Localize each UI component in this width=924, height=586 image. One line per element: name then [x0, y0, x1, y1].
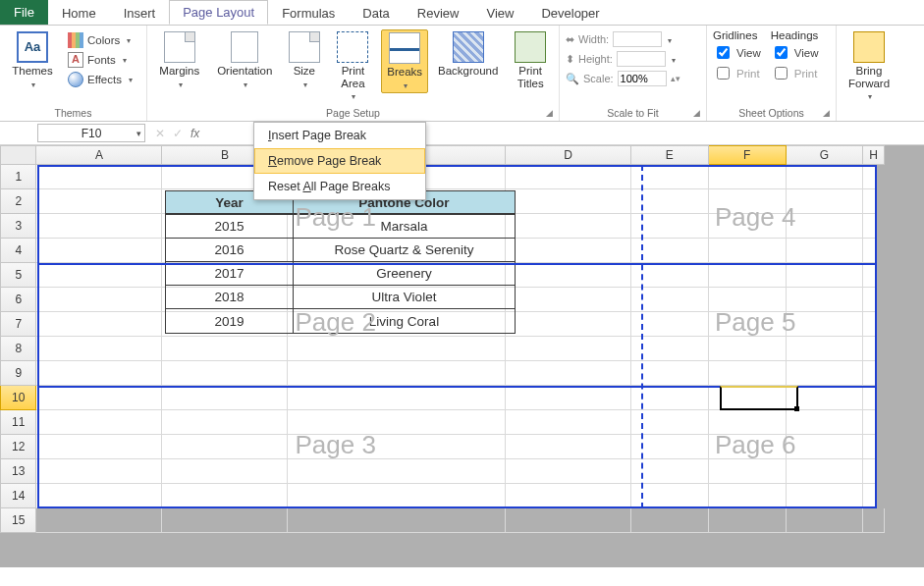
- cell-H8[interactable]: [863, 337, 885, 361]
- cell-H10[interactable]: [863, 386, 885, 410]
- tab-formulas[interactable]: Formulas: [268, 0, 349, 25]
- cell-D15[interactable]: [506, 508, 631, 533]
- cell-A7[interactable]: [36, 312, 162, 337]
- cell-F4[interactable]: [709, 239, 787, 263]
- cell-A4[interactable]: [36, 239, 162, 263]
- cell-E12[interactable]: [631, 435, 709, 459]
- col-header-D[interactable]: D: [506, 145, 631, 165]
- row-header-14[interactable]: 14: [0, 484, 36, 508]
- cell-E15[interactable]: [631, 508, 709, 533]
- cell-D4[interactable]: [506, 239, 631, 263]
- height-input[interactable]: [617, 51, 666, 67]
- cell-H14[interactable]: [863, 484, 885, 508]
- name-box[interactable]: F10▾: [37, 124, 145, 142]
- cell-C15[interactable]: [288, 508, 506, 533]
- cell-H13[interactable]: [863, 459, 885, 484]
- tab-review[interactable]: Review: [404, 0, 473, 25]
- width-input[interactable]: [613, 31, 662, 47]
- cell-B8[interactable]: [162, 337, 288, 361]
- cell-G2[interactable]: [787, 189, 864, 214]
- cell-E8[interactable]: [631, 337, 709, 361]
- row-header-12[interactable]: 12: [0, 435, 36, 459]
- cell-A9[interactable]: [36, 361, 162, 386]
- cell-A8[interactable]: [36, 337, 162, 361]
- cell-A14[interactable]: [36, 484, 162, 508]
- select-all[interactable]: [0, 145, 36, 165]
- sheet-options-launcher[interactable]: ◢: [823, 108, 833, 118]
- cell-H4[interactable]: [863, 239, 885, 263]
- cell-F5[interactable]: [709, 263, 787, 288]
- tab-file[interactable]: File: [0, 0, 48, 25]
- cell-E10[interactable]: [631, 386, 709, 410]
- worksheet[interactable]: ABCDEFGH123456789101112131415YearPantone…: [0, 145, 924, 567]
- cell-D2[interactable]: [506, 189, 631, 214]
- bring-forward-button[interactable]: Bring Forward: [842, 29, 896, 104]
- print-area-button[interactable]: Print Area: [331, 29, 376, 104]
- cell-D1[interactable]: [506, 165, 631, 189]
- cell-D12[interactable]: [506, 435, 631, 459]
- colors-button[interactable]: Colors: [65, 31, 136, 49]
- cell-D8[interactable]: [506, 337, 631, 361]
- print-titles-button[interactable]: Print Titles: [508, 29, 553, 91]
- cell-A15[interactable]: [36, 508, 162, 533]
- row-header-6[interactable]: 6: [0, 288, 36, 312]
- cell-H2[interactable]: [863, 189, 885, 214]
- cell-G6[interactable]: [787, 288, 864, 312]
- cell-E6[interactable]: [631, 288, 709, 312]
- cell-E4[interactable]: [631, 239, 709, 263]
- gridlines-view[interactable]: View: [713, 43, 761, 62]
- fonts-button[interactable]: Fonts: [65, 51, 136, 69]
- tab-data[interactable]: Data: [349, 0, 403, 25]
- cell-D3[interactable]: [506, 214, 631, 239]
- row-header-7[interactable]: 7: [0, 312, 36, 337]
- cell-A11[interactable]: [36, 410, 162, 435]
- cell-G4[interactable]: [787, 239, 864, 263]
- cell-H6[interactable]: [863, 288, 885, 312]
- cell-B11[interactable]: [162, 410, 288, 435]
- cell-D13[interactable]: [506, 459, 631, 484]
- cell-D14[interactable]: [506, 484, 631, 508]
- cell-E1[interactable]: [631, 165, 709, 189]
- headings-print[interactable]: Print: [771, 64, 819, 82]
- cell-A2[interactable]: [36, 189, 162, 214]
- effects-button[interactable]: Effects: [65, 71, 136, 88]
- cell-B12[interactable]: [162, 435, 288, 459]
- scale-launcher[interactable]: ◢: [693, 108, 703, 118]
- cell-H3[interactable]: [863, 214, 885, 239]
- cell-B13[interactable]: [162, 459, 288, 484]
- gridlines-print[interactable]: Print: [713, 64, 761, 82]
- orientation-button[interactable]: Orientation: [212, 29, 278, 91]
- cell-A6[interactable]: [36, 288, 162, 312]
- cell-C8[interactable]: [288, 337, 506, 361]
- row-header-15[interactable]: 15: [0, 508, 36, 533]
- row-header-1[interactable]: 1: [0, 165, 36, 189]
- cell-B15[interactable]: [162, 508, 288, 533]
- cell-G12[interactable]: [787, 435, 864, 459]
- size-button[interactable]: Size: [284, 29, 325, 91]
- cell-G11[interactable]: [787, 410, 864, 435]
- cell-B10[interactable]: [162, 386, 288, 410]
- row-header-8[interactable]: 8: [0, 337, 36, 361]
- cell-E11[interactable]: [631, 410, 709, 435]
- margins-button[interactable]: Margins: [153, 29, 206, 91]
- cell-H11[interactable]: [863, 410, 885, 435]
- row-header-4[interactable]: 4: [0, 239, 36, 263]
- cell-A3[interactable]: [36, 214, 162, 239]
- cell-G13[interactable]: [787, 459, 864, 484]
- cell-C10[interactable]: [288, 386, 506, 410]
- cell-G14[interactable]: [787, 484, 864, 508]
- cell-F15[interactable]: [709, 508, 787, 533]
- cell-C13[interactable]: [288, 459, 506, 484]
- cell-G7[interactable]: [787, 312, 864, 337]
- cell-E13[interactable]: [631, 459, 709, 484]
- cell-F9[interactable]: [709, 361, 787, 386]
- tab-insert[interactable]: Insert: [110, 0, 170, 25]
- tab-page-layout[interactable]: Page Layout: [169, 0, 268, 25]
- cell-G10[interactable]: [787, 386, 864, 410]
- cell-H9[interactable]: [863, 361, 885, 386]
- cell-F14[interactable]: [709, 484, 787, 508]
- cell-E14[interactable]: [631, 484, 709, 508]
- fx-icon[interactable]: fx: [190, 127, 199, 140]
- cell-E5[interactable]: [631, 263, 709, 288]
- insert-page-break[interactable]: Insert Page Break: [254, 123, 425, 148]
